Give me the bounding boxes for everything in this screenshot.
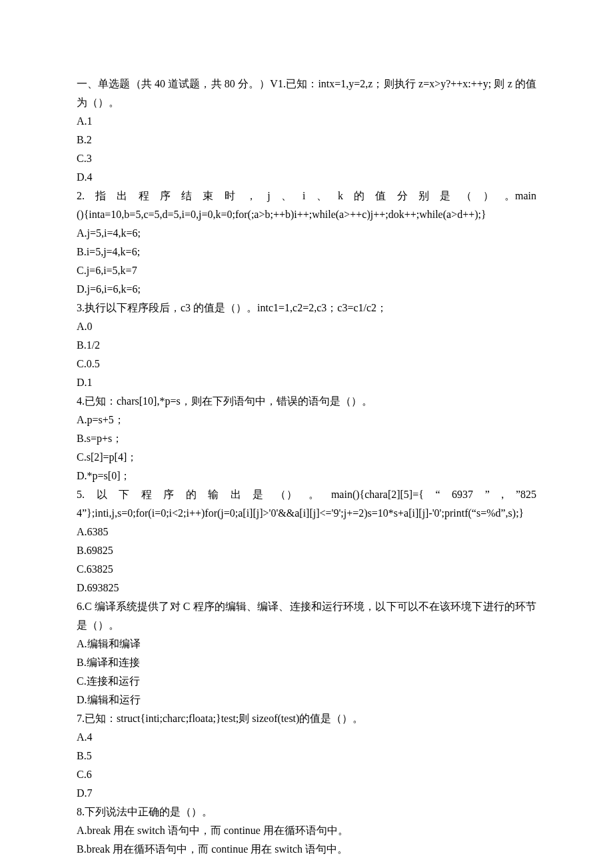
text-line: A.编辑和编译	[77, 635, 536, 653]
text-line: D.编辑和运行	[77, 691, 536, 709]
text-line: D.4	[77, 168, 536, 187]
text-line: D.7	[77, 784, 536, 803]
text-line: 一、单选题（共 40 道试题，共 80 分。）V1.已知：intx=1,y=2,…	[77, 75, 536, 112]
text-line: B.1/2	[77, 336, 536, 355]
text-line: C.j=6,i=5,k=7	[77, 261, 536, 280]
text-line: B.69825	[77, 541, 536, 560]
text-line: B.编译和连接	[77, 653, 536, 672]
text-line: A.6385	[77, 523, 536, 541]
text-line: B.2	[77, 131, 536, 149]
text-line: B.5	[77, 747, 536, 765]
text-line: A.0	[77, 317, 536, 336]
text-line: A.1	[77, 112, 536, 131]
text-line: D.*p=s[0]；	[77, 467, 536, 485]
text-line: A.4	[77, 728, 536, 747]
text-line: C.6	[77, 765, 536, 784]
text-line: C.0.5	[77, 355, 536, 373]
text-line: 3.执行以下程序段后，c3 的值是（）。intc1=1,c2=2,c3；c3=c…	[77, 299, 536, 317]
text-line: B.s=p+s；	[77, 429, 536, 448]
text-line: D.693825	[77, 579, 536, 597]
text-line: C.3	[77, 149, 536, 168]
text-line: A.break 用在 switch 语句中，而 continue 用在循环语句中…	[77, 821, 536, 840]
text-line: 2. 指 出 程 序 结 束 时 ， j 、 i 、 k 的 值 分 别 是 （…	[77, 187, 536, 224]
text-line: 7.已知：struct{inti;charc;floata;}test;则 si…	[77, 709, 536, 728]
text-line: C.s[2]=p[4]；	[77, 448, 536, 467]
text-line: B.break 用在循环语句中，而 continue 用在 switch 语句中…	[77, 840, 536, 859]
text-line: C.连接和运行	[77, 672, 536, 691]
text-line: B.i=5,j=4,k=6;	[77, 243, 536, 261]
text-line: 6.C 编译系统提供了对 C 程序的编辑、编译、连接和运行环境，以下可以不在该环…	[77, 597, 536, 635]
document-page: 一、单选题（共 40 道试题，共 80 分。）V1.已知：intx=1,y=2,…	[0, 0, 613, 868]
text-line: 8.下列说法中正确的是（）。	[77, 803, 536, 821]
text-line: A.p=s+5；	[77, 411, 536, 429]
text-line: 5. 以 下 程 序 的 输 出 是 （） 。 main(){chara[2][…	[77, 485, 536, 523]
text-line: 4.已知：chars[10],*p=s，则在下列语句中，错误的语句是（）。	[77, 392, 536, 411]
text-line: C.63825	[77, 560, 536, 579]
text-line: D.1	[77, 373, 536, 392]
text-line: D.j=6,i=6,k=6;	[77, 280, 536, 299]
text-line: A.j=5,i=4,k=6;	[77, 224, 536, 243]
